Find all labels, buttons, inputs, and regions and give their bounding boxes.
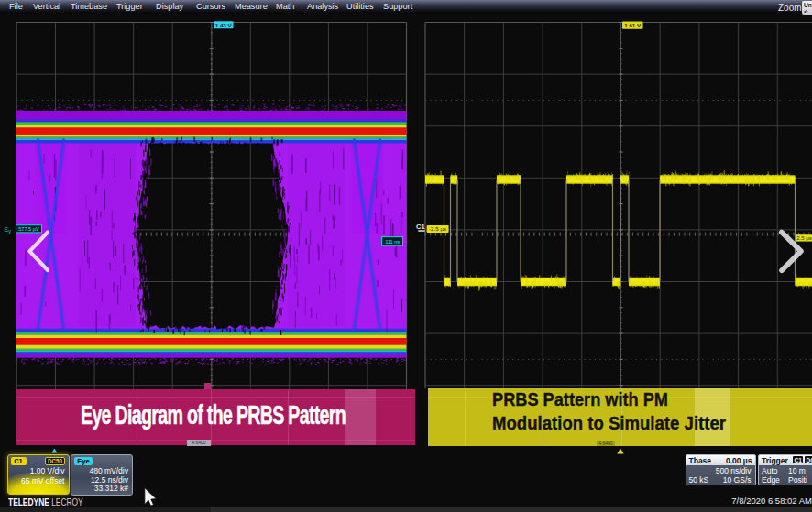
svg-text:577.5 µV: 577.5 µV bbox=[18, 226, 39, 232]
svg-text:2.5 µs: 2.5 µs bbox=[796, 235, 811, 241]
svg-text:111 ns: 111 ns bbox=[385, 239, 400, 245]
svg-text:1.43 V: 1.43 V bbox=[215, 22, 233, 28]
svg-text:C1: C1 bbox=[416, 223, 425, 231]
svg-text:Ey: Ey bbox=[5, 226, 12, 234]
svg-text:1.61 V: 1.61 V bbox=[624, 22, 642, 28]
svg-text:-2.5 µs: -2.5 µs bbox=[429, 225, 446, 232]
